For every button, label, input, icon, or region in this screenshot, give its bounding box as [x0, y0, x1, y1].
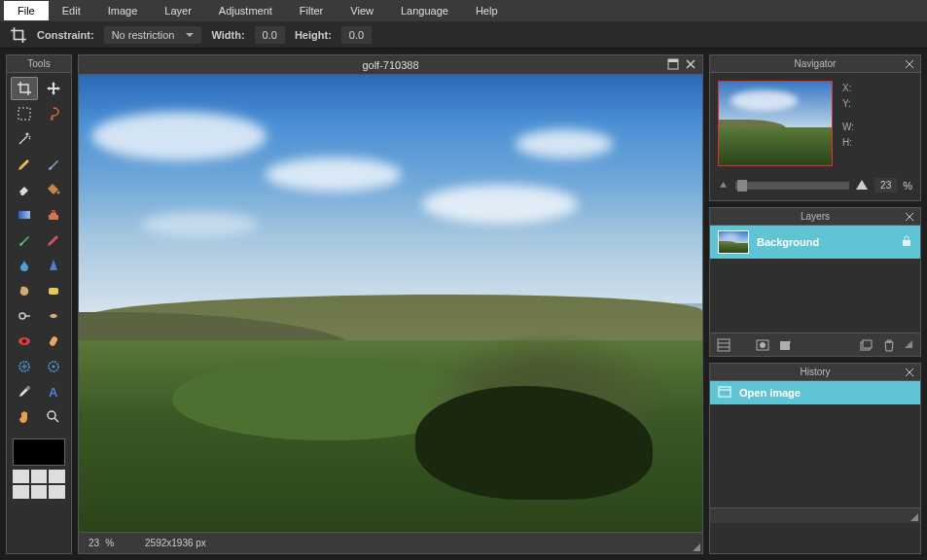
move-tool[interactable]	[40, 77, 67, 100]
gradient-tool[interactable]	[11, 203, 38, 227]
history-item[interactable]: Open image	[710, 381, 920, 404]
wand-tool[interactable]	[11, 127, 38, 151]
svg-point-14	[48, 411, 55, 419]
width-input[interactable]: 0.0	[255, 26, 285, 44]
canvas-viewport[interactable]	[79, 75, 702, 532]
new-layer-icon[interactable]	[858, 337, 874, 353]
history-list: Open image	[710, 381, 920, 508]
type-tool[interactable]: A	[40, 380, 67, 403]
clone-stamp-tool[interactable]	[40, 203, 67, 227]
height-input[interactable]: 0.0	[341, 26, 372, 44]
canvas-titlebar[interactable]: golf-710388	[79, 55, 702, 75]
options-bar: Constraint No restriction Width 0.0 Heig…	[0, 21, 927, 49]
history-panel: History Open image	[709, 363, 921, 554]
zoom-slider[interactable]	[735, 182, 849, 190]
delete-layer-icon[interactable]	[881, 337, 897, 353]
close-icon[interactable]	[685, 58, 696, 72]
svg-point-1	[57, 192, 60, 194]
menu-language[interactable]: Language	[387, 1, 462, 20]
swatch-5[interactable]	[31, 485, 48, 499]
sponge-tool[interactable]	[40, 279, 67, 302]
layers-title: Layers	[801, 211, 830, 222]
bloat-tool[interactable]	[11, 355, 38, 378]
burn-tool[interactable]	[40, 304, 67, 328]
layers-header[interactable]: Layers	[710, 208, 920, 226]
history-resize-grip[interactable]	[909, 511, 918, 521]
hand-tool[interactable]	[11, 405, 38, 429]
layers-list: Background	[710, 226, 920, 332]
navigator-thumbnail[interactable]	[718, 81, 833, 166]
nav-h-label: H:	[842, 135, 854, 151]
pinch-tool[interactable]	[40, 355, 67, 378]
paint-bucket-tool[interactable]	[40, 178, 67, 201]
document-image	[79, 75, 702, 532]
navigator-zoom-value[interactable]: 23	[874, 178, 897, 192]
color-replace-tool[interactable]	[11, 228, 38, 252]
menu-layer[interactable]: Layer	[151, 1, 205, 20]
swatch-6[interactable]	[49, 485, 65, 499]
layers-resize-grip[interactable]	[903, 338, 912, 348]
open-image-icon	[718, 385, 731, 401]
svg-rect-16	[668, 59, 678, 62]
zoom-unit: %	[105, 538, 114, 548]
navigator-header[interactable]: Navigator	[710, 55, 920, 73]
layer-styles-icon[interactable]	[778, 337, 794, 353]
sharpen-tool[interactable]	[40, 254, 67, 277]
svg-point-7	[22, 339, 26, 343]
eraser-tool[interactable]	[11, 178, 38, 201]
pencil-tool[interactable]	[11, 153, 38, 176]
menu-adjustment[interactable]: Adjustment	[205, 1, 286, 20]
drawing-tool[interactable]	[40, 228, 67, 252]
layer-settings-icon[interactable]	[716, 337, 731, 353]
dodge-tool[interactable]	[11, 304, 38, 328]
layer-row[interactable]: Background	[710, 226, 920, 259]
zoom-in-icon[interactable]	[855, 179, 869, 192]
swatch-4[interactable]	[13, 485, 29, 499]
menu-filter[interactable]: Filter	[286, 1, 337, 20]
svg-rect-4	[49, 288, 58, 295]
marquee-tool[interactable]	[11, 102, 38, 125]
svg-rect-18	[718, 339, 730, 351]
svg-rect-2	[18, 211, 30, 219]
brush-tool[interactable]	[40, 153, 67, 176]
foreground-color[interactable]	[13, 438, 65, 466]
menu-help[interactable]: Help	[462, 1, 512, 20]
canvas-title-text: golf-710388	[362, 59, 418, 71]
constraint-select[interactable]: No restriction	[104, 26, 202, 44]
history-item-label: Open image	[739, 387, 801, 399]
swatch-2[interactable]	[31, 470, 48, 483]
layers-close-icon[interactable]	[905, 210, 914, 228]
swatch-3[interactable]	[49, 470, 65, 483]
width-label: Width	[211, 29, 244, 41]
svg-rect-23	[863, 340, 872, 348]
canvas-statusbar: 23 % 2592x1936 px	[79, 532, 702, 553]
nav-x-label: X:	[842, 81, 854, 96]
spot-heal-tool[interactable]	[40, 330, 67, 353]
swatch-1[interactable]	[13, 470, 29, 483]
red-eye-tool[interactable]	[11, 330, 38, 353]
menu-file[interactable]: File	[4, 1, 49, 20]
navigator-close-icon[interactable]	[905, 57, 914, 75]
colorpicker-tool[interactable]	[11, 380, 38, 403]
menu-image[interactable]: Image	[94, 1, 152, 20]
menu-edit[interactable]: Edit	[49, 1, 94, 20]
layer-mask-icon[interactable]	[755, 337, 770, 353]
history-header[interactable]: History	[710, 364, 920, 381]
resize-grip[interactable]	[691, 542, 700, 551]
svg-point-20	[760, 342, 766, 348]
maximize-icon[interactable]	[667, 58, 679, 72]
lock-icon[interactable]	[901, 235, 912, 249]
lasso-tool[interactable]	[40, 102, 67, 125]
zoom-out-icon[interactable]	[718, 180, 730, 192]
blur-tool[interactable]	[11, 254, 38, 277]
tools-panel: Tools A	[6, 54, 72, 554]
smudge-tool[interactable]	[11, 279, 38, 302]
height-label: Height	[295, 29, 332, 41]
history-title: History	[800, 367, 830, 377]
crop-tool[interactable]	[11, 77, 38, 100]
history-close-icon[interactable]	[905, 366, 914, 383]
zoom-value[interactable]: 23	[89, 538, 99, 548]
crop-icon	[10, 26, 27, 44]
zoom-tool[interactable]	[40, 405, 67, 429]
menu-view[interactable]: View	[337, 1, 387, 20]
